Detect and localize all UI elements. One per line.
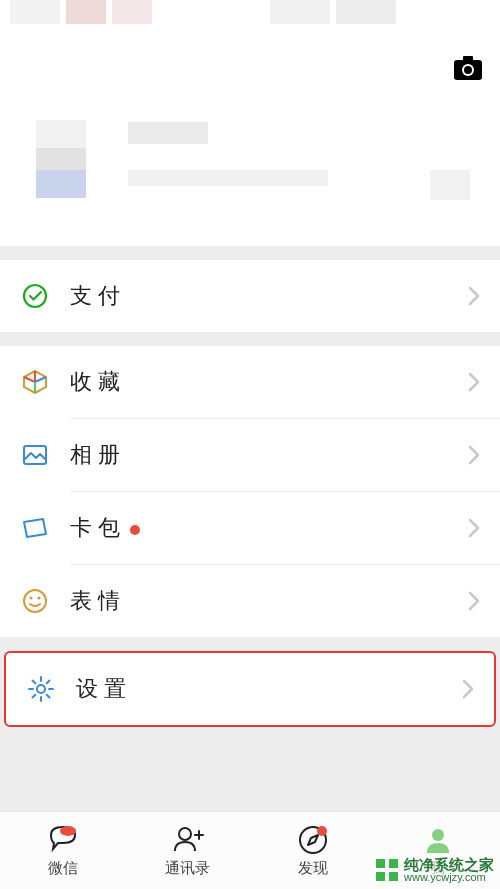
svg-line-16 <box>47 681 50 684</box>
settings-icon <box>26 674 56 704</box>
tab-discover[interactable]: 发现 <box>250 812 375 889</box>
svg-point-24 <box>432 829 444 841</box>
album-icon <box>20 440 50 470</box>
chevron-right-icon <box>468 372 480 392</box>
watermark: 纯净系统之家 www.ycwjzy.com <box>376 857 494 883</box>
svg-rect-26 <box>389 859 398 868</box>
group-collections: 收藏 相册 卡包 <box>0 346 500 637</box>
profile-header <box>0 0 500 246</box>
svg-point-19 <box>179 828 191 840</box>
tab-contacts[interactable]: 通讯录 <box>125 812 250 889</box>
row-label: 表情 <box>70 586 126 616</box>
svg-rect-27 <box>376 872 385 881</box>
row-stickers[interactable]: 表情 <box>0 565 500 637</box>
svg-point-23 <box>317 826 327 836</box>
tab-chats[interactable]: 微信 <box>0 812 125 889</box>
svg-point-6 <box>24 590 46 612</box>
svg-point-3 <box>464 66 472 74</box>
chevron-right-icon <box>462 679 474 699</box>
group-pay: 支付 <box>0 260 500 332</box>
favorites-icon <box>20 367 50 397</box>
chats-icon <box>46 823 80 857</box>
row-settings[interactable]: 设置 <box>6 653 494 725</box>
svg-point-4 <box>24 285 46 307</box>
svg-line-15 <box>47 695 50 698</box>
chevron-right-icon <box>468 518 480 538</box>
watermark-text: 纯净系统之家 <box>404 857 494 872</box>
row-label: 收藏 <box>70 367 126 397</box>
chevron-right-icon <box>468 591 480 611</box>
svg-rect-28 <box>389 872 398 881</box>
profile-name <box>128 122 208 144</box>
profile-id <box>128 170 328 186</box>
svg-point-18 <box>60 826 76 836</box>
notification-dot <box>130 525 140 535</box>
chevron-right-icon <box>468 286 480 306</box>
stickers-icon <box>20 586 50 616</box>
svg-rect-25 <box>376 859 385 868</box>
camera-icon[interactable] <box>454 56 482 80</box>
svg-line-14 <box>33 681 36 684</box>
me-icon <box>421 823 455 857</box>
contacts-icon <box>171 823 205 857</box>
avatar[interactable] <box>36 120 106 190</box>
row-label: 支付 <box>70 281 126 311</box>
tab-label: 发现 <box>298 859 328 878</box>
tab-label: 微信 <box>48 859 78 878</box>
row-label: 设置 <box>76 674 132 704</box>
profile-qr-area[interactable] <box>430 170 470 200</box>
watermark-url: www.ycwjzy.com <box>404 872 494 883</box>
row-pay[interactable]: 支付 <box>0 260 500 332</box>
pay-icon <box>20 281 50 311</box>
tab-label: 通讯录 <box>165 859 210 878</box>
svg-rect-1 <box>463 56 473 62</box>
row-favorites[interactable]: 收藏 <box>0 346 500 418</box>
cards-icon <box>20 513 50 543</box>
svg-point-9 <box>37 685 45 693</box>
svg-point-7 <box>29 596 32 599</box>
chevron-right-icon <box>468 445 480 465</box>
row-album[interactable]: 相册 <box>0 419 500 491</box>
svg-point-8 <box>37 596 40 599</box>
discover-icon <box>296 823 330 857</box>
svg-line-17 <box>33 695 36 698</box>
watermark-logo-icon <box>376 859 398 881</box>
svg-rect-5 <box>24 446 46 464</box>
row-cards[interactable]: 卡包 <box>0 492 500 564</box>
row-label: 相册 <box>70 440 126 470</box>
row-label: 卡包 <box>70 513 140 543</box>
group-settings-highlighted: 设置 <box>4 651 496 727</box>
